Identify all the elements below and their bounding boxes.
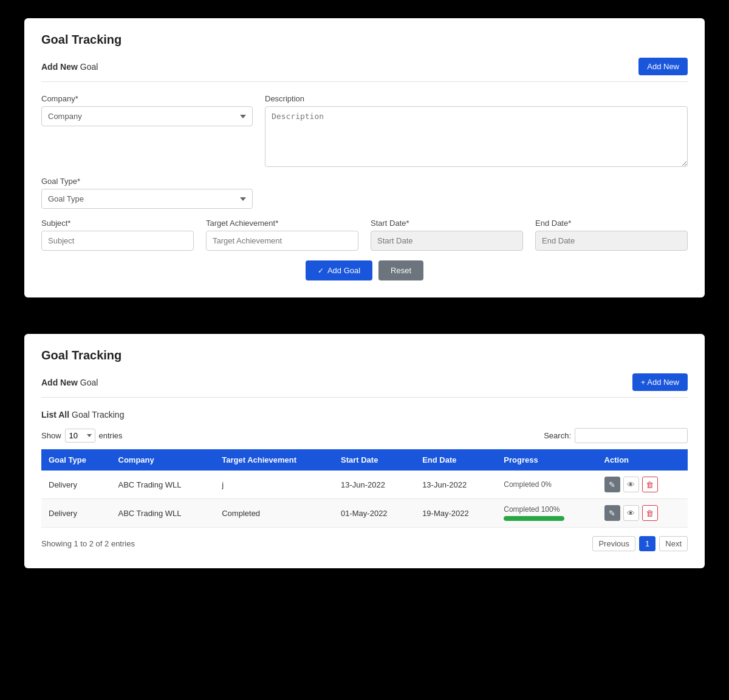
showing-text: Showing 1 to 2 of 2 entries bbox=[41, 539, 135, 548]
target-label: Target Achievement* bbox=[206, 219, 358, 228]
cell-end-date: 19-May-2022 bbox=[415, 499, 496, 528]
description-textarea[interactable] bbox=[265, 106, 688, 167]
cell-end-date: 13-Jun-2022 bbox=[415, 471, 496, 499]
add-new-button-2[interactable]: + Add New bbox=[632, 373, 688, 391]
cell-action: ✎ 👁 🗑 bbox=[597, 499, 688, 528]
prev-button[interactable]: Previous bbox=[592, 536, 635, 551]
col-progress: Progress bbox=[496, 449, 597, 471]
cell-start-date: 13-Jun-2022 bbox=[334, 471, 415, 499]
cell-target: Completed bbox=[214, 499, 334, 528]
page-title-2: Goal Tracking bbox=[41, 348, 688, 362]
reset-button[interactable]: Reset bbox=[378, 260, 423, 280]
edit-button-0[interactable]: ✎ bbox=[604, 477, 620, 492]
entries-select[interactable]: 10 25 50 100 bbox=[65, 429, 95, 443]
cell-start-date: 01-May-2022 bbox=[334, 499, 415, 528]
section-header-text-1: Add New Goal bbox=[41, 62, 98, 72]
table-row: Delivery ABC Trading WLL j 13-Jun-2022 1… bbox=[41, 471, 688, 499]
cell-action: ✎ 👁 🗑 bbox=[597, 471, 688, 499]
delete-button-0[interactable]: 🗑 bbox=[642, 477, 658, 492]
page-1-button[interactable]: 1 bbox=[639, 536, 655, 551]
start-date-input[interactable] bbox=[371, 231, 523, 251]
goal-type-label: Goal Type* bbox=[41, 177, 253, 186]
page-title-1: Goal Tracking bbox=[41, 33, 688, 47]
goal-type-select[interactable]: Goal Type bbox=[41, 189, 253, 209]
section-header-text-2: Add New Goal bbox=[41, 378, 98, 387]
company-label: Company* bbox=[41, 94, 253, 103]
cell-progress: Completed 0% bbox=[496, 471, 597, 499]
subject-input[interactable] bbox=[41, 231, 194, 251]
end-date-input[interactable] bbox=[535, 231, 688, 251]
cell-goal-type: Delivery bbox=[41, 499, 111, 528]
target-input[interactable] bbox=[206, 231, 358, 251]
cell-progress: Completed 100% bbox=[496, 499, 597, 528]
view-button-1[interactable]: 👁 bbox=[623, 505, 639, 521]
cell-company: ABC Trading WLL bbox=[111, 471, 215, 499]
cell-company: ABC Trading WLL bbox=[111, 499, 215, 528]
cell-target: j bbox=[214, 471, 334, 499]
pagination: Previous 1 Next bbox=[592, 536, 688, 551]
search-input[interactable] bbox=[575, 428, 688, 443]
col-start-date: Start Date bbox=[334, 449, 415, 471]
subject-label: Subject* bbox=[41, 219, 194, 228]
start-date-label: Start Date* bbox=[371, 219, 523, 228]
delete-button-1[interactable]: 🗑 bbox=[642, 505, 658, 521]
cell-goal-type: Delivery bbox=[41, 471, 111, 499]
show-entries: Show 10 25 50 100 entries bbox=[41, 429, 123, 443]
goal-table: Goal Type Company Target Achievement Sta… bbox=[41, 449, 688, 528]
company-select[interactable]: Company bbox=[41, 106, 253, 126]
description-label: Description bbox=[265, 94, 688, 103]
edit-button-1[interactable]: ✎ bbox=[604, 505, 620, 521]
search-label: Search: bbox=[544, 431, 571, 440]
checkmark-icon bbox=[318, 266, 324, 275]
add-goal-button[interactable]: Add Goal bbox=[306, 260, 372, 280]
end-date-label: End Date* bbox=[535, 219, 688, 228]
next-button[interactable]: Next bbox=[659, 536, 688, 551]
col-action: Action bbox=[597, 449, 688, 471]
table-header-row: Goal Type Company Target Achievement Sta… bbox=[41, 449, 688, 471]
col-company: Company bbox=[111, 449, 215, 471]
col-target: Target Achievement bbox=[214, 449, 334, 471]
table-row: Delivery ABC Trading WLL Completed 01-Ma… bbox=[41, 499, 688, 528]
add-new-button-1[interactable]: Add New bbox=[638, 58, 688, 75]
col-end-date: End Date bbox=[415, 449, 496, 471]
view-button-0[interactable]: 👁 bbox=[623, 477, 639, 492]
col-goal-type: Goal Type bbox=[41, 449, 111, 471]
list-header: List All Goal Tracking bbox=[41, 410, 688, 420]
